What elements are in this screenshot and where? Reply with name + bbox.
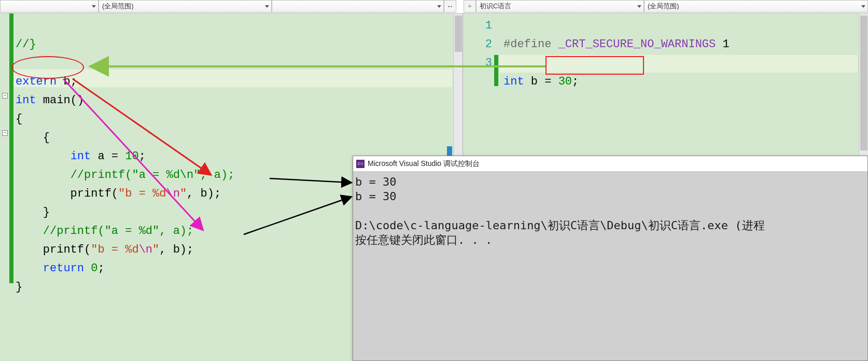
string: " bbox=[152, 243, 159, 256]
line-number: 3 bbox=[485, 57, 492, 70]
scope-dropdown-1[interactable] bbox=[0, 0, 99, 12]
dropdown-label: (全局范围) bbox=[648, 2, 679, 11]
code-line: { bbox=[16, 131, 50, 144]
keyword: extern bbox=[16, 75, 57, 88]
escape: \n bbox=[139, 243, 152, 256]
console-line: 按任意键关闭此窗口. . . bbox=[355, 233, 492, 246]
code-text: , b); bbox=[187, 187, 221, 200]
code-text: printf( bbox=[16, 187, 118, 200]
code-line: } bbox=[16, 206, 50, 219]
number: 10 bbox=[125, 150, 138, 163]
code-text bbox=[16, 225, 43, 238]
directive: #define bbox=[503, 38, 558, 51]
vs-console-icon: C:\ bbox=[356, 160, 365, 168]
console-line: b = 30 bbox=[355, 190, 396, 203]
scope-dropdown-2[interactable]: (全局范围) bbox=[99, 0, 272, 12]
string: " bbox=[180, 187, 187, 200]
toolbar: (全局范围) ↔ ＋ 初识C语言 (全局范围) bbox=[0, 0, 868, 13]
scrollbar-thumb[interactable] bbox=[455, 16, 462, 52]
console-line: b = 30 bbox=[355, 175, 396, 188]
keyword: int bbox=[503, 75, 524, 88]
console-output: b = 30 b = 30 D:\code\c-language-learnin… bbox=[353, 172, 867, 251]
keyword: int bbox=[16, 94, 36, 107]
project-dropdown[interactable]: 初识C语言 bbox=[476, 0, 644, 12]
dropdown-label: (全局范围) bbox=[102, 2, 134, 11]
number: 30 bbox=[558, 75, 572, 88]
line-number: 2 bbox=[485, 38, 492, 51]
comment: //printf("a = %d\n", a); bbox=[71, 169, 235, 182]
code-text: ; bbox=[139, 150, 146, 163]
fold-toggle-icon[interactable]: − bbox=[2, 130, 8, 136]
console-title: Microsoft Visual Studio 调试控制台 bbox=[368, 159, 480, 169]
code-text: , b); bbox=[159, 243, 193, 256]
member-dropdown[interactable] bbox=[272, 0, 444, 12]
console-line: D:\code\c-language-learning\初识C语言\Debug\… bbox=[355, 219, 765, 232]
indicator-margin bbox=[0, 13, 9, 361]
escape: \n bbox=[166, 187, 179, 200]
fold-toggle-icon[interactable]: − bbox=[2, 93, 8, 99]
code-text: 1 bbox=[716, 38, 729, 51]
scope-dropdown-right[interactable]: (全局范围) bbox=[644, 0, 868, 12]
string: "b = %d bbox=[91, 243, 138, 256]
chevron-down-icon bbox=[437, 5, 441, 8]
code-text: b; bbox=[57, 75, 77, 88]
split-editor-icon[interactable]: ↔ bbox=[444, 0, 456, 12]
macro: _CRT_SECURE_NO_WARNINGS bbox=[558, 38, 716, 51]
code-text: b = bbox=[524, 75, 558, 88]
change-marker bbox=[9, 13, 13, 283]
comment: //printf("a = %d", a); bbox=[43, 225, 193, 238]
number: 0 bbox=[91, 262, 97, 275]
chevron-down-icon bbox=[92, 5, 96, 8]
debug-console-window[interactable]: C:\ Microsoft Visual Studio 调试控制台 b = 30… bbox=[353, 156, 868, 361]
line-number: 1 bbox=[485, 19, 492, 32]
code-text: main() bbox=[36, 94, 84, 107]
line-numbers: 1 2 3 bbox=[463, 17, 492, 73]
keyword: int bbox=[71, 150, 91, 163]
code-text: a = bbox=[91, 150, 125, 163]
code-text bbox=[16, 150, 71, 163]
code-text: ; bbox=[572, 75, 579, 88]
console-titlebar[interactable]: C:\ Microsoft Visual Studio 调试控制台 bbox=[353, 156, 867, 172]
code-text bbox=[16, 169, 71, 182]
chevron-down-icon bbox=[265, 5, 269, 8]
code-content: #define _CRT_SECURE_NO_WARNINGS 1 int b … bbox=[503, 17, 730, 110]
string: "b = %d bbox=[118, 187, 166, 200]
code-text bbox=[16, 262, 43, 275]
code-content: //} extern b; int main() { { int a = 10;… bbox=[16, 17, 234, 315]
chevron-down-icon bbox=[861, 5, 865, 8]
change-marker bbox=[494, 55, 498, 86]
code-text: printf( bbox=[16, 243, 91, 256]
new-item-icon[interactable]: ＋ bbox=[464, 0, 476, 12]
chevron-down-icon bbox=[637, 5, 641, 8]
code-text: ; bbox=[97, 262, 104, 275]
dropdown-label: 初识C语言 bbox=[480, 2, 511, 11]
code-line: //} bbox=[16, 38, 36, 51]
keyword: return bbox=[43, 262, 84, 275]
scrollbar-thumb[interactable] bbox=[860, 16, 867, 150]
code-text bbox=[84, 262, 91, 275]
code-line: { bbox=[16, 113, 22, 126]
code-line: } bbox=[16, 281, 22, 294]
